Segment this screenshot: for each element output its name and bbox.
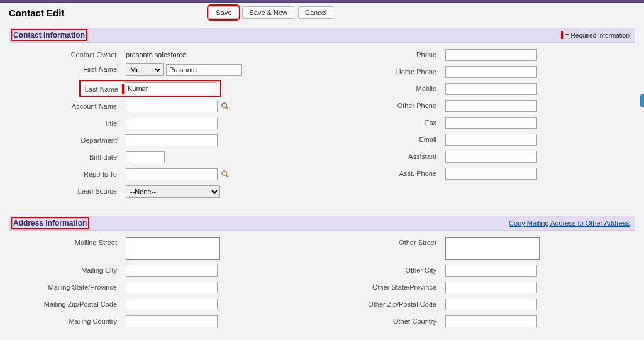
contact-info-form: Contact Owner prasanth salesforce First … bbox=[9, 43, 635, 212]
label-birthdate: Birthdate bbox=[9, 151, 126, 161]
other-country-input[interactable] bbox=[445, 315, 537, 327]
mailing-city-input[interactable] bbox=[126, 265, 218, 277]
label-lead-source: Lead Source bbox=[9, 185, 126, 195]
fax-input[interactable] bbox=[445, 117, 537, 129]
first-name-input[interactable] bbox=[166, 64, 242, 76]
cancel-button[interactable]: Cancel bbox=[298, 6, 333, 19]
header-row: Contact Edit Save Save & New Cancel bbox=[9, 6, 635, 19]
right-column: Other Street Other City Other State/Prov… bbox=[328, 237, 635, 332]
section-contact-information: Contact Information = Required Informati… bbox=[9, 28, 635, 43]
lead-source-select[interactable]: --None-- bbox=[126, 185, 220, 198]
label-mobile: Mobile bbox=[328, 83, 445, 92]
lookup-icon[interactable] bbox=[220, 170, 230, 180]
section-address-information: Address Information Copy Mailing Address… bbox=[9, 216, 635, 231]
title-input[interactable] bbox=[126, 118, 218, 129]
phone-input[interactable] bbox=[445, 49, 537, 61]
button-row: Save Save & New Cancel bbox=[209, 6, 333, 19]
label-title: Title bbox=[9, 118, 126, 127]
mailing-country-input[interactable] bbox=[126, 315, 218, 327]
label-other-street: Other Street bbox=[328, 237, 445, 246]
address-info-form: Mailing Street Mailing City Mailing Stat… bbox=[9, 231, 635, 340]
label-account-name: Account Name bbox=[9, 101, 126, 110]
label-other-state: Other State/Province bbox=[328, 282, 445, 291]
label-phone: Phone bbox=[328, 49, 445, 58]
label-mailing-street: Mailing Street bbox=[9, 237, 126, 246]
side-tab-icon[interactable] bbox=[640, 94, 644, 107]
reports-to-input[interactable] bbox=[126, 168, 218, 180]
required-legend: = Required Information bbox=[561, 31, 630, 39]
other-state-input[interactable] bbox=[445, 282, 537, 293]
label-other-zip: Other Zip/Postal Code bbox=[328, 299, 445, 308]
department-input[interactable] bbox=[126, 134, 218, 146]
lookup-icon[interactable] bbox=[220, 102, 230, 112]
svg-line-5 bbox=[226, 175, 228, 177]
required-bar-icon bbox=[561, 31, 563, 39]
label-mailing-city: Mailing City bbox=[9, 265, 126, 274]
left-column: Mailing Street Mailing City Mailing Stat… bbox=[9, 237, 316, 332]
assistant-input[interactable] bbox=[445, 151, 537, 163]
label-first-name: First Name bbox=[9, 63, 126, 73]
label-other-phone: Other Phone bbox=[328, 100, 445, 109]
page-title: Contact Edit bbox=[9, 6, 64, 18]
salutation-select[interactable]: Mr. bbox=[126, 63, 164, 76]
label-other-country: Other Country bbox=[328, 315, 445, 325]
label-contact-owner: Contact Owner bbox=[9, 49, 126, 58]
home-phone-input[interactable] bbox=[445, 66, 537, 78]
required-legend-text: = Required Information bbox=[565, 32, 630, 39]
save-and-new-button[interactable]: Save & New bbox=[242, 6, 294, 19]
last-name-input[interactable] bbox=[125, 82, 216, 94]
label-asst-phone: Asst. Phone bbox=[328, 168, 445, 177]
email-input[interactable] bbox=[445, 134, 537, 146]
label-email: Email bbox=[328, 134, 445, 143]
save-button[interactable]: Save bbox=[209, 6, 238, 19]
value-contact-owner: prasanth salesforce bbox=[126, 49, 186, 58]
label-assistant: Assistant bbox=[328, 151, 445, 160]
label-fax: Fax bbox=[328, 117, 445, 126]
svg-point-4 bbox=[221, 171, 226, 176]
other-zip-input[interactable] bbox=[445, 299, 537, 310]
other-street-input[interactable] bbox=[445, 237, 540, 260]
label-mailing-zip: Mailing Zip/Postal Code bbox=[9, 299, 126, 308]
mailing-street-input[interactable] bbox=[126, 237, 220, 260]
birthdate-input[interactable] bbox=[126, 151, 165, 163]
label-reports-to: Reports To bbox=[9, 168, 126, 178]
other-phone-input[interactable] bbox=[445, 100, 537, 112]
required-marker-icon bbox=[122, 84, 124, 94]
mobile-input[interactable] bbox=[445, 83, 537, 95]
copy-mailing-link[interactable]: Copy Mailing Address to Other Address bbox=[509, 219, 630, 227]
svg-point-2 bbox=[221, 103, 226, 108]
account-name-input[interactable] bbox=[126, 101, 218, 112]
asst-phone-input[interactable] bbox=[445, 168, 537, 180]
label-mailing-country: Mailing Country bbox=[9, 315, 126, 325]
label-home-phone: Home Phone bbox=[328, 66, 445, 75]
label-mailing-state: Mailing State/Province bbox=[9, 282, 126, 291]
left-column: Contact Owner prasanth salesforce First … bbox=[9, 49, 316, 203]
mailing-zip-input[interactable] bbox=[126, 299, 218, 310]
label-last-name: Last Name bbox=[80, 84, 125, 93]
last-name-highlight: Last Name bbox=[79, 80, 221, 97]
label-other-city: Other City bbox=[328, 265, 445, 274]
svg-line-3 bbox=[226, 107, 228, 109]
other-city-input[interactable] bbox=[445, 265, 537, 277]
label-department: Department bbox=[9, 134, 126, 144]
section-title: Address Information bbox=[11, 217, 89, 229]
right-column: Phone Home Phone Mobile Other Phone Fax … bbox=[328, 49, 635, 203]
section-title: Contact Information bbox=[11, 29, 87, 41]
mailing-state-input[interactable] bbox=[126, 282, 218, 293]
